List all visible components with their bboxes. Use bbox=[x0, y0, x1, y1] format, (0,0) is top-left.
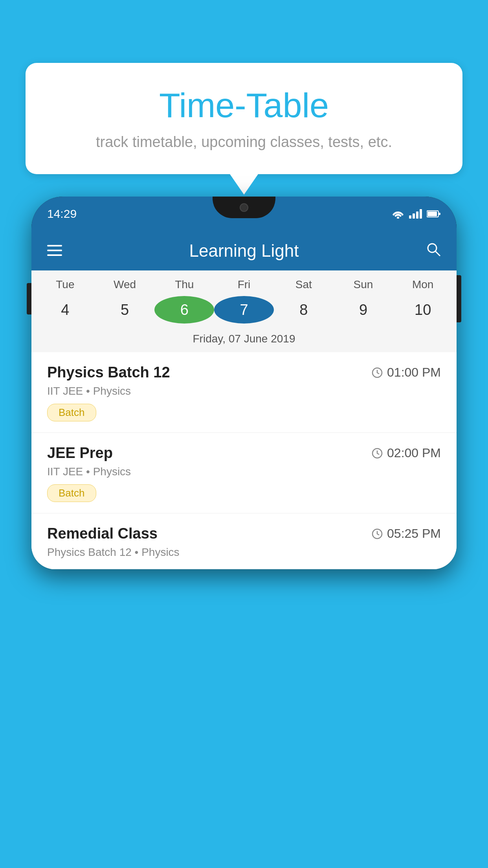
date-7[interactable]: 7 bbox=[214, 296, 274, 324]
search-icon[interactable] bbox=[426, 242, 441, 260]
day-tue: Tue bbox=[35, 278, 95, 291]
schedule-item-1[interactable]: Physics Batch 12 01:00 PM IIT JEE • Phys… bbox=[31, 352, 457, 433]
date-9[interactable]: 9 bbox=[334, 296, 393, 324]
app-title: Learning Light bbox=[189, 241, 299, 261]
hamburger-icon[interactable] bbox=[47, 243, 62, 258]
date-4[interactable]: 4 bbox=[35, 296, 95, 324]
wifi-icon bbox=[392, 209, 404, 219]
date-5[interactable]: 5 bbox=[95, 296, 155, 324]
camera bbox=[240, 203, 248, 212]
speech-bubble: Time-Table track timetable, upcoming cla… bbox=[26, 63, 462, 174]
svg-rect-2 bbox=[427, 211, 437, 216]
day-wed: Wed bbox=[95, 278, 155, 291]
date-10[interactable]: 10 bbox=[393, 296, 453, 324]
svg-point-0 bbox=[397, 217, 399, 219]
clock-icon-2 bbox=[371, 447, 383, 459]
app-header: Learning Light bbox=[31, 231, 457, 270]
speech-bubble-container: Time-Table track timetable, upcoming cla… bbox=[26, 63, 462, 174]
item2-title: JEE Prep bbox=[47, 445, 113, 462]
item1-header: Physics Batch 12 01:00 PM bbox=[47, 364, 441, 381]
svg-rect-5 bbox=[47, 250, 62, 251]
svg-rect-6 bbox=[47, 254, 62, 256]
day-thu: Thu bbox=[154, 278, 214, 291]
clock-icon bbox=[371, 367, 383, 379]
notch bbox=[213, 197, 275, 218]
date-row: 4 5 6 7 8 9 10 bbox=[31, 293, 457, 329]
phone-wrapper: 14:29 bbox=[31, 197, 457, 569]
item3-title: Remedial Class bbox=[47, 525, 158, 542]
svg-rect-3 bbox=[438, 213, 440, 215]
phone-frame: 14:29 bbox=[31, 197, 457, 569]
status-time: 14:29 bbox=[47, 207, 77, 221]
status-icons bbox=[392, 209, 441, 219]
clock-icon-3 bbox=[371, 528, 383, 540]
svg-point-7 bbox=[428, 244, 437, 252]
date-6[interactable]: 6 bbox=[154, 296, 214, 324]
item3-time: 05:25 PM bbox=[371, 526, 441, 541]
battery-icon bbox=[427, 210, 441, 218]
item2-time: 02:00 PM bbox=[371, 446, 441, 460]
calendar-section: Tue Wed Thu Fri Sat Sun Mon 4 5 6 7 bbox=[31, 270, 457, 352]
day-mon: Mon bbox=[393, 278, 453, 291]
svg-line-8 bbox=[435, 251, 440, 256]
phone-container: 14:29 bbox=[31, 197, 457, 868]
bubble-subtitle: track timetable, upcoming classes, tests… bbox=[49, 132, 439, 153]
day-fri: Fri bbox=[214, 278, 274, 291]
volume-button bbox=[27, 283, 31, 314]
item1-subtitle: IIT JEE • Physics bbox=[47, 385, 441, 397]
schedule-item-3[interactable]: Remedial Class 05:25 PM Physics Batch 12… bbox=[31, 513, 457, 569]
item2-badge: Batch bbox=[47, 484, 96, 502]
item2-header: JEE Prep 02:00 PM bbox=[47, 445, 441, 462]
day-sun: Sun bbox=[334, 278, 393, 291]
date-8[interactable]: 8 bbox=[274, 296, 334, 324]
item1-badge: Batch bbox=[47, 404, 96, 421]
item1-title: Physics Batch 12 bbox=[47, 364, 170, 381]
item3-header: Remedial Class 05:25 PM bbox=[47, 525, 441, 542]
item1-time: 01:00 PM bbox=[371, 365, 441, 380]
status-bar: 14:29 bbox=[31, 197, 457, 231]
signal-icon bbox=[409, 209, 422, 219]
power-button bbox=[457, 275, 461, 322]
selected-date-label: Friday, 07 June 2019 bbox=[31, 329, 457, 352]
item2-subtitle: IIT JEE • Physics bbox=[47, 465, 441, 478]
schedule-list: Physics Batch 12 01:00 PM IIT JEE • Phys… bbox=[31, 352, 457, 569]
schedule-item-2[interactable]: JEE Prep 02:00 PM IIT JEE • Physics Batc… bbox=[31, 433, 457, 513]
bubble-title: Time-Table bbox=[49, 86, 439, 125]
day-sat: Sat bbox=[274, 278, 334, 291]
svg-rect-4 bbox=[47, 245, 62, 246]
day-headers: Tue Wed Thu Fri Sat Sun Mon bbox=[31, 270, 457, 293]
item3-subtitle: Physics Batch 12 • Physics bbox=[47, 546, 441, 559]
